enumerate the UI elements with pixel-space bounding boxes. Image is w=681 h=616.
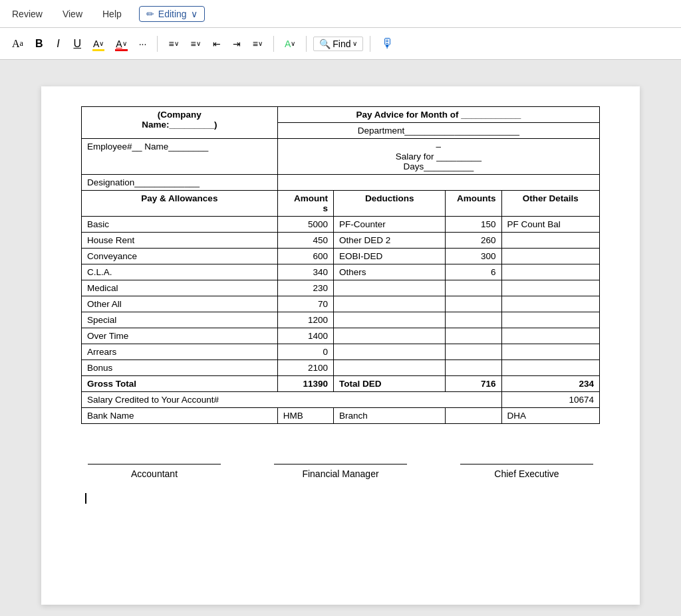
ded-empty-5 — [333, 296, 445, 312]
mic-button[interactable]: 🎙 — [377, 35, 398, 53]
pay-amount-3: 340 — [277, 264, 333, 280]
pay-label-8: Arrears — [82, 344, 278, 360]
pay-amount-8: 0 — [277, 344, 333, 360]
branch-value: DHA — [501, 408, 599, 424]
other-2 — [501, 249, 599, 264]
pay-label-9: Bonus — [82, 360, 278, 376]
table-row: Medical 230 — [82, 280, 600, 296]
align-button[interactable]: ≡ ∨ — [249, 35, 267, 53]
menu-help[interactable]: Help — [98, 6, 126, 22]
header-row-4: Designation_____________ — [82, 175, 600, 191]
designation-text: Designation_____________ — [87, 177, 200, 187]
divider1 — [157, 36, 158, 52]
chevron6: ∨ — [291, 40, 295, 47]
microphone-icon: 🎙 — [381, 36, 394, 51]
deductions-header: Deductions — [333, 191, 445, 217]
pay-label-5: Other All — [82, 296, 278, 312]
totals-row: Gross Total 11390 Total DED 716 234 — [82, 376, 600, 392]
chevron4: ∨ — [196, 40, 201, 47]
highlight-button[interactable]: A ∨ — [89, 35, 108, 53]
chevron7: ∨ — [352, 40, 357, 47]
ded-amount-empty-4 — [446, 280, 501, 296]
company-name-line2: Name:_________) — [142, 120, 217, 130]
table-row: Over Time 1400 — [82, 328, 600, 344]
text-cursor — [85, 493, 86, 504]
numbered-list-button[interactable]: ≡ ∨ — [187, 35, 205, 53]
amounts-header: Amounts — [277, 191, 333, 217]
pay-label-0: Basic — [82, 217, 278, 233]
financial-manager-label: Financial Manager — [302, 468, 378, 479]
pay-amount-4: 230 — [277, 280, 333, 296]
accountant-sig-line — [88, 464, 221, 464]
bank-row: Bank Name HMB Branch DHA — [82, 408, 600, 424]
bold-button[interactable]: B — [31, 35, 47, 53]
ded-label-1: Other DED 2 — [333, 233, 445, 249]
indent-increase-button[interactable]: ⇥ — [229, 35, 245, 53]
pay-amount-5: 70 — [277, 296, 333, 312]
ded-label-2: EOBI-DED — [333, 249, 445, 264]
ded-empty-4 — [333, 280, 445, 296]
pay-amount-0: 5000 — [277, 217, 333, 233]
font-a-button[interactable]: A a — [8, 35, 27, 53]
table-row: C.L.A. 340 Others 6 — [82, 264, 600, 280]
payslip-table: (Company Name:_________) Pay Advice for … — [81, 106, 600, 424]
other-3 — [501, 264, 599, 280]
indent-decrease-button[interactable]: ⇤ — [209, 35, 225, 53]
ded-amount-empty-5 — [446, 296, 501, 312]
style-button[interactable]: A ∨ — [281, 35, 299, 53]
other-details-header: Other Details — [501, 191, 599, 217]
menu-bar: Review View Help — [8, 6, 126, 22]
more-button[interactable]: ··· — [135, 35, 151, 53]
company-name-line1: (Company — [158, 110, 202, 120]
menu-view[interactable]: View — [59, 6, 86, 22]
toolbar: A a B I U A ∨ A ∨ ··· ≡ ∨ ≡ ∨ ⇤ ⇥ ≡ ∨ A … — [0, 28, 681, 60]
salary-credited-label: Salary Credited to Your Account# — [82, 392, 502, 408]
other-empty-8 — [501, 344, 599, 360]
find-button[interactable]: 🔍 Find ∨ — [313, 37, 363, 51]
highlight-color-bar — [92, 49, 104, 51]
search-icon: 🔍 — [319, 39, 331, 49]
total-ded-amount: 716 — [446, 376, 501, 392]
ded-amount-1: 260 — [446, 233, 501, 249]
chevron-icon2: ∨ — [122, 40, 127, 47]
pencil-icon: ✏ — [146, 9, 154, 19]
numbered-list-icon: ≡ — [191, 39, 196, 49]
style-a-icon: A — [285, 39, 291, 49]
ded-label-0: PF-Counter — [333, 217, 445, 233]
table-row: Bonus 2100 — [82, 360, 600, 376]
days-text: Days__________ — [283, 161, 594, 171]
text-cursor-area[interactable] — [81, 492, 600, 504]
salary-credited-amount: 10674 — [501, 392, 599, 408]
editing-label: Editing — [158, 9, 187, 19]
other-empty-5 — [501, 296, 599, 312]
bank-name-label: Bank Name — [82, 408, 278, 424]
total-other-amount: 234 — [501, 376, 599, 392]
pay-allowances-header: Pay & Allowances — [82, 191, 278, 217]
department-cell: Department_______________________ — [277, 123, 599, 139]
ded-empty-8 — [333, 344, 445, 360]
chief-executive-label: Chief Executive — [494, 468, 559, 479]
font-a-large-icon: A — [12, 38, 20, 50]
font-color-button[interactable]: A ∨ — [112, 35, 130, 53]
department-text: Department_______________________ — [358, 126, 519, 136]
chevron5: ∨ — [258, 40, 263, 47]
document-page[interactable]: (Company Name:_________) Pay Advice for … — [41, 86, 640, 605]
col-header-row: Pay & Allowances Amounts Deductions Amou… — [82, 191, 600, 217]
other-1 — [501, 233, 599, 249]
bullet-list-button[interactable]: ≡ ∨ — [164, 35, 182, 53]
font-color-bar — [115, 49, 127, 51]
empty-header-cell — [277, 175, 599, 191]
financial-manager-signature: Financial Manager — [274, 464, 407, 479]
menu-review[interactable]: Review — [8, 6, 47, 22]
signatures-section: Accountant Financial Manager Chief Execu… — [81, 464, 600, 479]
editing-button[interactable]: ✏ Editing ∨ — [139, 6, 205, 22]
find-label: Find — [333, 39, 350, 49]
gross-total-amount: 11390 — [277, 376, 333, 392]
chief-executive-sig-line — [460, 464, 593, 464]
italic-button[interactable]: I — [51, 35, 65, 53]
underline-button[interactable]: U — [69, 35, 85, 53]
other-empty-7 — [501, 328, 599, 344]
bullet-list-icon: ≡ — [168, 39, 174, 49]
pay-amount-9: 2100 — [277, 360, 333, 376]
ded-amounts-header: Amounts — [446, 191, 501, 217]
